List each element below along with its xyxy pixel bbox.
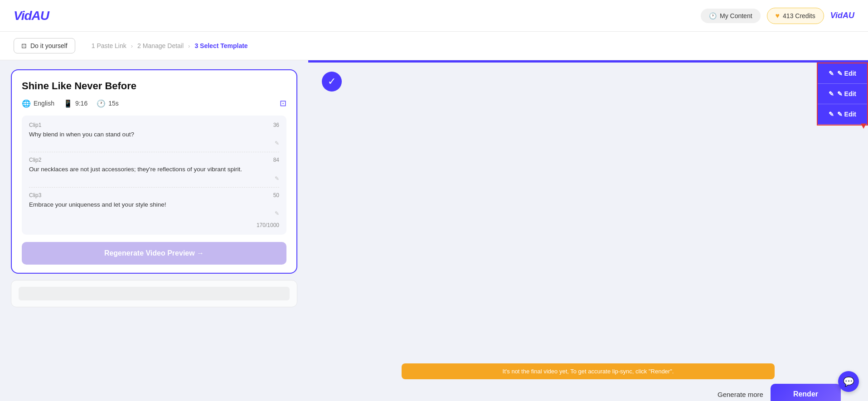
bottom-actions: Generate more Render bbox=[308, 384, 868, 401]
logo: VidAU bbox=[14, 9, 49, 23]
clip-item-2: Clip2 84 Our necklaces are not just acce… bbox=[29, 157, 279, 181]
selected-check: ✓ bbox=[322, 72, 342, 92]
clip-item-3: Clip3 50 Embrace your uniqueness and let… bbox=[29, 192, 279, 217]
chat-button[interactable]: 💬 bbox=[838, 371, 859, 392]
left-panel: Shine Like Never Before 🌐 English 📱 9:16… bbox=[0, 60, 308, 401]
step2-label: 2 Manage Detail bbox=[137, 42, 184, 49]
clip3-count: 50 bbox=[273, 192, 279, 198]
clip3-header: Clip3 50 bbox=[29, 192, 279, 198]
clip2-name: Clip2 bbox=[29, 157, 41, 163]
breadcrumb-bar: ⊡ Do it yourself 1 Paste Link › 2 Manage… bbox=[0, 32, 868, 60]
main-content: Shine Like Never Before 🌐 English 📱 9:16… bbox=[0, 60, 868, 401]
card-edit-icon[interactable]: ⊡ bbox=[280, 98, 286, 108]
card-meta: 🌐 English 📱 9:16 🕐 15s ⊡ bbox=[22, 98, 286, 108]
edit-button-2[interactable]: ✎ ✎ Edit bbox=[818, 84, 867, 104]
heart-icon: ♥ bbox=[776, 12, 780, 20]
phone-icon: 📱 bbox=[63, 99, 73, 108]
clip3-text: Embrace your uniqueness and let your sty… bbox=[29, 200, 279, 209]
chat-icon: 💬 bbox=[843, 376, 854, 387]
duration-meta: 🕐 15s bbox=[97, 99, 119, 108]
edit1-icon: ✎ bbox=[829, 70, 834, 77]
ratio-meta: 📱 9:16 bbox=[63, 99, 87, 108]
total-char-count: 170/1000 bbox=[29, 222, 279, 228]
clip1-count: 36 bbox=[273, 122, 279, 128]
language-meta: 🌐 English bbox=[22, 99, 54, 108]
header-right: 🕐 My Content ♥ 413 Credits VidAU bbox=[701, 8, 854, 24]
chevron2: › bbox=[188, 43, 190, 49]
chevron1: › bbox=[131, 43, 133, 49]
secondary-card bbox=[11, 280, 297, 307]
red-down-arrow: ▼ bbox=[859, 121, 868, 131]
clip2-header: Clip2 84 bbox=[29, 157, 279, 163]
clip3-edit[interactable]: ✎ bbox=[29, 210, 279, 217]
edit-button-1[interactable]: ✎ ✎ Edit bbox=[818, 63, 867, 84]
clip1-name: Clip1 bbox=[29, 122, 41, 128]
generate-more-button[interactable]: Generate more bbox=[718, 391, 763, 398]
clip-item-1: Clip1 36 Why blend in when you can stand… bbox=[29, 122, 279, 146]
step3-label: 3 Select Template bbox=[194, 42, 247, 49]
my-content-button[interactable]: 🕐 My Content bbox=[701, 9, 761, 23]
clip2-edit[interactable]: ✎ bbox=[29, 175, 279, 182]
edit-square-icon: ⊡ bbox=[21, 42, 27, 49]
card-title: Shine Like Never Before bbox=[22, 80, 286, 92]
checkmark-icon: ✓ bbox=[328, 76, 336, 87]
breadcrumb-steps: 1 Paste Link › 2 Manage Detail › 3 Selec… bbox=[92, 42, 248, 49]
globe-icon: 🌐 bbox=[22, 99, 31, 108]
clip3-name: Clip3 bbox=[29, 192, 41, 198]
edit3-icon: ✎ bbox=[829, 111, 834, 118]
edit-buttons-panel: ✎ ✎ Edit ✎ ✎ Edit ✎ ✎ Edit ▼ bbox=[817, 63, 868, 126]
timer-icon: 🕐 bbox=[97, 99, 106, 108]
credits-label: 413 Credits bbox=[783, 12, 815, 19]
clip2-text: Our necklaces are not just accessories; … bbox=[29, 165, 279, 174]
clip1-edit[interactable]: ✎ bbox=[29, 140, 279, 146]
step1-label: 1 Paste Link bbox=[92, 42, 126, 49]
warning-banner: It's not the final video yet, To get acc… bbox=[402, 363, 775, 379]
clip1-text: Why blend in when you can stand out? bbox=[29, 130, 279, 139]
video-card: Shine Like Never Before 🌐 English 📱 9:16… bbox=[11, 69, 297, 274]
template-area: ✓ ✎ ✎ Edit ✎ ✎ Edit ✎ ✎ Edit ▼ bbox=[308, 63, 868, 363]
regenerate-button[interactable]: Regenerate Video Preview → bbox=[22, 242, 286, 265]
right-panel: ✓ ✎ ✎ Edit ✎ ✎ Edit ✎ ✎ Edit ▼ bbox=[308, 60, 868, 401]
clips-area: Clip1 36 Why blend in when you can stand… bbox=[22, 116, 286, 235]
credits-button[interactable]: ♥ 413 Credits bbox=[767, 8, 824, 24]
clip1-header: Clip1 36 bbox=[29, 122, 279, 128]
header: VidAU 🕐 My Content ♥ 413 Credits VidAU bbox=[0, 0, 868, 32]
edit2-icon: ✎ bbox=[829, 90, 834, 97]
header-logo-text: VidAU bbox=[830, 11, 854, 20]
diy-button[interactable]: ⊡ Do it yourself bbox=[14, 38, 75, 53]
render-button[interactable]: Render bbox=[771, 384, 841, 401]
clock-icon: 🕐 bbox=[709, 12, 717, 19]
clip2-count: 84 bbox=[273, 157, 279, 163]
